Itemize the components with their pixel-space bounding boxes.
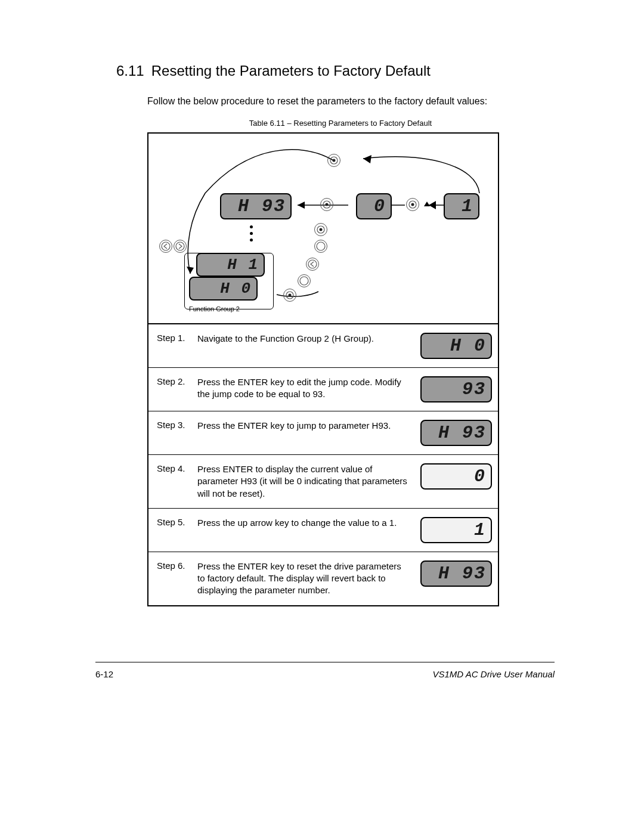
svg-point-12 <box>320 228 323 231</box>
step-text: Press ENTER to display the current value… <box>197 463 414 500</box>
up-nav-icon <box>420 198 434 211</box>
lcd-zero: 0 <box>356 193 392 219</box>
left-nav-icon <box>159 240 172 253</box>
step-label: Step 2. <box>157 376 191 386</box>
step-text: Press the ENTER key to jump to parameter… <box>197 420 414 432</box>
page-number: 6-12 <box>95 669 113 679</box>
enter-nav-icon <box>314 223 327 236</box>
figure-box: H 93 0 1 H 1 H 0 Function Group 2 <box>147 132 499 606</box>
lcd-h0: H 0 <box>189 277 258 301</box>
svg-point-15 <box>317 242 325 250</box>
section-heading: 6.11Resetting the Parameters to Factory … <box>116 63 534 79</box>
step-row: Step 5.Press the up arrow key to change … <box>148 509 498 552</box>
svg-point-21 <box>411 203 414 206</box>
section-title: Resetting the Parameters to Factory Defa… <box>151 63 431 79</box>
step-text: Press the ENTER key to edit the jump cod… <box>197 376 414 401</box>
step-row: Step 6.Press the ENTER key to reset the … <box>148 552 498 605</box>
step-label: Step 6. <box>157 561 191 571</box>
left-nav-icon <box>306 258 319 271</box>
function-group-label: Function Group 2 <box>189 305 240 312</box>
step-lcd-display: H 93 <box>420 561 492 587</box>
nav-icon <box>298 274 311 287</box>
step-text: Navigate to the Function Group 2 (H Grou… <box>197 333 414 345</box>
svg-point-17 <box>300 277 308 285</box>
step-lcd-display: 0 <box>420 463 492 490</box>
svg-point-16 <box>308 260 317 268</box>
steps-table: Step 1.Navigate to the Function Group 2 … <box>148 324 498 605</box>
intro-text: Follow the below procedure to reset the … <box>147 96 534 107</box>
step-row: Step 4.Press ENTER to display the curren… <box>148 455 498 509</box>
svg-point-14 <box>176 242 184 250</box>
step-lcd-display: 1 <box>420 517 492 543</box>
svg-point-8 <box>333 159 336 162</box>
step-lcd-display: H 0 <box>420 333 492 359</box>
enter-nav-icon <box>283 289 296 302</box>
footer-rule <box>95 662 555 662</box>
step-row: Step 2.Press the ENTER key to edit the j… <box>148 368 498 411</box>
step-text: Press the up arrow key to change the val… <box>197 517 414 529</box>
step-lcd-display: 93 <box>420 376 492 402</box>
step-row: Step 1.Navigate to the Function Group 2 … <box>148 324 498 368</box>
enter-nav-icon <box>406 198 419 211</box>
svg-marker-3 <box>298 202 305 209</box>
step-label: Step 5. <box>157 517 191 527</box>
enter-nav-icon <box>320 198 333 211</box>
svg-point-13 <box>162 242 170 250</box>
svg-marker-1 <box>363 155 371 163</box>
manual-title: VS1MD AC Drive User Manual <box>433 669 555 679</box>
lcd-h1: H 1 <box>196 253 265 277</box>
svg-marker-22 <box>424 202 430 206</box>
right-nav-icon <box>174 240 187 253</box>
lcd-one: 1 <box>444 193 479 219</box>
step-lcd-display: H 93 <box>420 420 492 446</box>
enter-nav-icon <box>327 154 340 167</box>
table-caption: Table 6.11 – Resetting Parameters to Fac… <box>147 119 534 128</box>
step-text: Press the ENTER key to reset the drive p… <box>197 561 414 597</box>
nav-icon <box>314 240 327 253</box>
dots-indicator <box>250 222 253 245</box>
lcd-h93: H 93 <box>220 193 292 219</box>
step-label: Step 4. <box>157 463 191 473</box>
svg-point-19 <box>289 294 292 297</box>
navigation-diagram: H 93 0 1 H 1 H 0 Function Group 2 <box>148 134 498 324</box>
step-label: Step 1. <box>157 333 191 343</box>
step-label: Step 3. <box>157 420 191 430</box>
step-row: Step 3.Press the ENTER key to jump to pa… <box>148 411 498 455</box>
svg-point-10 <box>326 203 329 206</box>
section-number: 6.11 <box>116 63 144 79</box>
